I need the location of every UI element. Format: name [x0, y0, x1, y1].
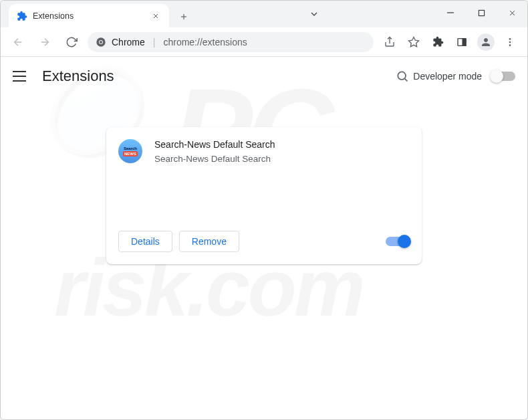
svg-point-18: [509, 38, 511, 40]
extension-description: Search-News Default Search: [154, 154, 275, 164]
svg-line-22: [405, 78, 408, 81]
address-input[interactable]: Chrome | chrome://extensions: [88, 32, 374, 52]
svg-point-19: [509, 41, 511, 43]
svg-point-21: [398, 72, 406, 80]
chrome-logo-icon: [96, 37, 106, 47]
maximize-button[interactable]: [466, 1, 497, 25]
profile-button[interactable]: [475, 31, 497, 53]
minimize-button[interactable]: [435, 1, 466, 25]
forward-button[interactable]: [34, 31, 55, 53]
developer-mode-label: Developer mode: [413, 71, 482, 82]
page-title: Extensions: [42, 68, 114, 85]
extension-app-icon: Search NEWS: [118, 139, 142, 163]
extension-name: Search-News Default Search: [154, 139, 275, 150]
extensions-icon[interactable]: [427, 31, 448, 53]
addressbar: Chrome | chrome://extensions: [1, 27, 527, 57]
developer-mode-toggle[interactable]: [491, 72, 515, 81]
tab-search-chevron[interactable]: [302, 9, 326, 19]
details-button[interactable]: Details: [118, 231, 172, 252]
new-tab-button[interactable]: [174, 7, 193, 26]
content-area: Search NEWS Search-News Default Search S…: [1, 95, 527, 419]
back-button[interactable]: [7, 31, 29, 53]
menu-dots-icon[interactable]: [499, 31, 521, 53]
search-extensions-icon[interactable]: [392, 66, 413, 87]
hamburger-menu-icon[interactable]: [13, 68, 29, 84]
extension-card: Search NEWS Search-News Default Search S…: [106, 127, 422, 264]
svg-marker-14: [409, 37, 419, 46]
share-icon[interactable]: [379, 31, 400, 53]
url-separator: |: [153, 37, 156, 47]
bookmark-star-icon[interactable]: [403, 31, 424, 53]
remove-button[interactable]: Remove: [179, 231, 239, 252]
titlebar: Extensions: [1, 1, 527, 27]
url-path: chrome://extensions: [163, 37, 247, 47]
extension-enable-toggle[interactable]: [386, 237, 410, 246]
reload-button[interactable]: [61, 31, 82, 53]
browser-tab[interactable]: Extensions: [9, 4, 169, 27]
url-scheme: Chrome: [112, 37, 145, 47]
svg-rect-17: [463, 38, 466, 45]
extensions-header: Extensions Developer mode: [1, 57, 527, 95]
sidepanel-icon[interactable]: [451, 31, 473, 53]
svg-rect-5: [479, 10, 484, 15]
extension-favicon-icon: [17, 11, 27, 21]
tab-title: Extensions: [33, 11, 74, 21]
svg-point-20: [509, 44, 511, 46]
close-button[interactable]: [497, 1, 527, 25]
svg-point-12: [100, 41, 102, 43]
tab-close-icon[interactable]: [150, 11, 161, 21]
